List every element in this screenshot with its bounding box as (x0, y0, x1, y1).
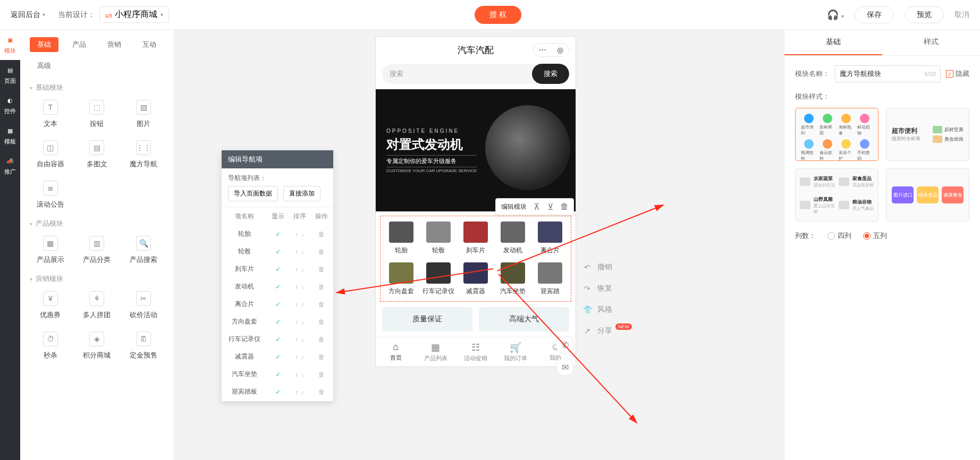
widget-按钮[interactable]: ⬚按钮 (77, 100, 118, 129)
widget-文本[interactable]: T文本 (30, 100, 71, 129)
cols-radio-5[interactable]: 五列 (863, 231, 887, 241)
sort-buttons[interactable]: ↑ ↓ (290, 243, 310, 260)
visible-check[interactable]: ✓ (268, 384, 289, 400)
action-撤销[interactable]: ↶撤销 (582, 262, 632, 272)
inspector-tab-style[interactable]: 样式 (882, 30, 980, 55)
module-name-input[interactable]: 魔方导航模块 6/10 (835, 65, 941, 82)
sort-buttons[interactable]: ↑ ↓ (290, 261, 310, 277)
visible-check[interactable]: ✓ (268, 366, 289, 382)
tabbar-item[interactable]: ⌂首页 (376, 337, 416, 367)
hide-checkbox[interactable]: ✓隐藏 (946, 69, 969, 79)
tab-interaction[interactable]: 互动 (135, 37, 164, 52)
delete-row[interactable]: 🗑 (311, 384, 332, 400)
widget-产品搜索[interactable]: 🔍产品搜索 (123, 236, 164, 265)
sort-buttons[interactable]: ↑ ↓ (290, 313, 310, 330)
tab-basic[interactable]: 基础 (30, 37, 58, 52)
visible-check[interactable]: ✓ (268, 348, 289, 365)
rail-module[interactable]: ▣模块 (0, 30, 20, 60)
delete-row[interactable]: 🗑 (311, 348, 332, 365)
delete-row[interactable]: 🗑 (311, 366, 332, 382)
support-icon[interactable]: 🎧 ▾ (827, 9, 844, 21)
sort-buttons[interactable]: ↑ ↓ (290, 348, 310, 365)
widget-自由容器[interactable]: ◫自由容器 (30, 140, 71, 169)
move-down-button[interactable]: ⊻ (545, 201, 556, 212)
sort-buttons[interactable]: ↑ ↓ (290, 384, 310, 400)
category-marketing-header[interactable]: 营销模块 (30, 274, 164, 284)
move-up-button[interactable]: ⊼ (531, 201, 543, 212)
quality-card-1[interactable]: 质量保证 (382, 307, 472, 331)
search-input[interactable]: 搜索 (382, 64, 532, 84)
visible-check[interactable]: ✓ (268, 226, 289, 242)
delete-row[interactable]: 🗑 (311, 313, 332, 330)
sort-buttons[interactable]: ↑ ↓ (290, 296, 310, 312)
tab-product[interactable]: 产品 (65, 37, 94, 52)
tabbar-item[interactable]: 🛒我的订单 (496, 337, 536, 367)
inspector-tab-basic[interactable]: 基础 (784, 30, 882, 55)
widget-秒杀[interactable]: ⏱秒杀 (30, 331, 71, 360)
category-product-header[interactable]: 产品模块 (30, 219, 164, 228)
miniprogram-capsule[interactable]: ⋯◎ (533, 43, 569, 57)
back-to-admin[interactable]: 返回后台 ▾ (11, 10, 45, 20)
nav-item[interactable]: 迎宾踏 (533, 262, 568, 296)
nav-item[interactable]: 行车记录仪 (421, 262, 456, 296)
rail-template[interactable]: ▦模板 (0, 121, 20, 151)
banner-image[interactable]: OPPOSITE ENGINE 对置式发动机 专属定制你的爱车升级服务 CUST… (376, 89, 576, 211)
style-option-3[interactable]: 农家蔬菜源自好生活家禽蛋品高品质新鲜山野真菌爱上山珍生鲜粮油谷物高人气食品 (795, 168, 878, 222)
rail-control[interactable]: ◐控件 (0, 90, 20, 121)
nav-item[interactable]: 发动机 (495, 222, 530, 255)
sort-buttons[interactable]: ↑ ↓ (290, 226, 310, 242)
category-basic-header[interactable]: 基础模块 (30, 83, 164, 92)
delete-row[interactable]: 🗑 (311, 278, 332, 295)
tab-advanced[interactable]: 高级 (30, 58, 58, 73)
widget-滚动公告[interactable]: ≣滚动公告 (30, 181, 71, 209)
action-分享[interactable]: ↗分享NEW (582, 326, 632, 336)
tabbar-item[interactable]: ▦产品列表 (416, 337, 455, 367)
style-option-4[interactable]: 图片进口绿色食品健康餐食 (886, 168, 969, 222)
preview-button[interactable]: 预览 (905, 6, 944, 23)
visible-check[interactable]: ✓ (268, 296, 289, 312)
rail-page[interactable]: ▤页面 (0, 60, 20, 90)
nav-module-selected[interactable]: 编辑模块 ⊼ ⊻ 🗑 轮胎轮毂刹车片发动机离合片方向盘套行车记录仪减震器汽车坐垫… (380, 216, 571, 302)
delete-row[interactable]: 🗑 (311, 243, 332, 260)
widget-多图文[interactable]: ▤多图文 (77, 140, 118, 169)
delete-row[interactable]: 🗑 (311, 261, 332, 277)
cancel-link[interactable]: 取消 (954, 10, 969, 20)
style-option-2[interactable]: 超市便利 随逛时令鲜果 新鲜坚果 美食烘焙 (886, 108, 969, 161)
design-selector[interactable]: ᔕ 小程序商城 ▾ (99, 6, 169, 23)
widget-优惠券[interactable]: ¥优惠券 (30, 291, 71, 320)
tab-marketing[interactable]: 营销 (100, 37, 129, 52)
visible-check[interactable]: ✓ (268, 261, 289, 277)
phone-icon[interactable]: ✆ (556, 336, 574, 354)
nav-item[interactable]: 减震器 (458, 262, 493, 296)
authorize-button[interactable]: 授 权 (475, 6, 521, 24)
nav-item[interactable]: 轮毂 (421, 222, 456, 255)
visible-check[interactable]: ✓ (268, 331, 289, 347)
rail-promote[interactable]: 📣推广 (0, 151, 20, 181)
popup-add-button[interactable]: 直接添加 (283, 186, 320, 201)
visible-check[interactable]: ✓ (268, 243, 289, 260)
nav-item[interactable]: 汽车坐垫 (495, 262, 530, 296)
more-icon[interactable]: ⋯ (534, 44, 552, 56)
cols-radio-4[interactable]: 四列 (827, 231, 851, 241)
nav-item[interactable]: 离合片 (533, 222, 568, 255)
edit-module-label[interactable]: 编辑模块 (499, 202, 529, 211)
search-button[interactable]: 搜索 (532, 64, 569, 84)
quality-card-2[interactable]: 高端大气 (479, 307, 569, 331)
action-风格[interactable]: 👕风格 (582, 305, 632, 314)
visible-check[interactable]: ✓ (268, 278, 289, 295)
sort-buttons[interactable]: ↑ ↓ (290, 331, 310, 347)
delete-row[interactable]: 🗑 (311, 226, 332, 242)
popup-import-button[interactable]: 导入页面数据 (228, 186, 278, 201)
widget-产品分类[interactable]: ▥产品分类 (77, 236, 118, 265)
widget-魔方导航[interactable]: ⋮⋮魔方导航 (123, 140, 164, 169)
wechat-icon[interactable]: ✉ (556, 358, 574, 376)
save-button[interactable]: 保存 (855, 6, 894, 23)
widget-产品展示[interactable]: ▦产品展示 (30, 236, 71, 265)
sort-buttons[interactable]: ↑ ↓ (290, 278, 310, 295)
delete-module-button[interactable]: 🗑 (559, 201, 570, 212)
nav-item[interactable]: 方向盘套 (384, 262, 419, 296)
action-恢复[interactable]: ↷恢复 (582, 284, 632, 293)
widget-图片[interactable]: ▧图片 (123, 100, 164, 129)
delete-row[interactable]: 🗑 (311, 331, 332, 347)
delete-row[interactable]: 🗑 (311, 296, 332, 312)
